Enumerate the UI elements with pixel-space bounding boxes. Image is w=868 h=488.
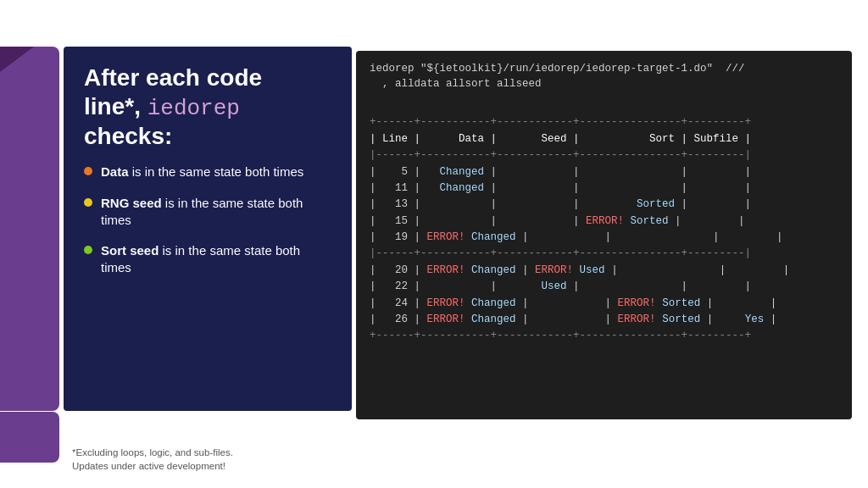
bullet-bold-sort: Sort seed bbox=[101, 243, 159, 258]
row-15: | 15 | | | ERROR! Sorted | | bbox=[370, 215, 745, 227]
separator-bot: +------+-----------+------------+-------… bbox=[370, 330, 751, 341]
bullet-list: Data is in the same state both times RNG… bbox=[84, 164, 331, 276]
heading-line2-plain: line*, bbox=[84, 93, 147, 119]
table-header: | Line | Data | Seed | Sort | Subfile | bbox=[370, 133, 751, 145]
bullet-bold-data: Data bbox=[101, 164, 129, 179]
bullet-item-sort: Sort seed is in the same state both time… bbox=[84, 242, 331, 277]
purple-bar bbox=[0, 47, 59, 411]
terminal-panel: iedorep "${ietoolkit}/run/iedorep/iedore… bbox=[356, 51, 852, 419]
separator-mid: |------+-----------+------------+-------… bbox=[370, 247, 751, 259]
bullet-dot-rng bbox=[84, 198, 92, 207]
terminal-cmd2: , alldata allsort allseed bbox=[370, 78, 838, 90]
bullet-text-data: Data is in the same state both times bbox=[101, 164, 303, 180]
main-heading: After each code line*, iedorep checks: bbox=[84, 64, 331, 150]
separator-h: |------+-----------+------------+-------… bbox=[370, 149, 751, 161]
main-panel: After each code line*, iedorep checks: D… bbox=[64, 47, 352, 411]
bullet-item-data: Data is in the same state both times bbox=[84, 164, 331, 180]
footer-note: *Excluding loops, logic, and sub-files. … bbox=[72, 446, 352, 473]
bullet-dot-sort bbox=[84, 246, 92, 254]
row-11: | 11 | Changed | | | | bbox=[370, 182, 751, 194]
bullet-item-rng: RNG seed is in the same state both times bbox=[84, 195, 331, 230]
separator-top: +------+-----------+------------+-------… bbox=[370, 116, 751, 128]
purple-bottom-tab bbox=[0, 412, 59, 463]
row-13: | 13 | | | Sorted | | bbox=[370, 198, 751, 210]
heading-line3: checks: bbox=[84, 123, 172, 149]
row-26: | 26 | ERROR! Changed | | ERROR! Sorted … bbox=[370, 313, 776, 325]
row-19: | 19 | ERROR! Changed | | | | bbox=[370, 231, 783, 243]
heading-line1: After each code bbox=[84, 64, 262, 91]
bullet-dot-data bbox=[84, 167, 92, 175]
row-24: | 24 | ERROR! Changed | | ERROR! Sorted … bbox=[370, 297, 776, 309]
row-5: | 5 | Changed | | | | bbox=[370, 166, 751, 178]
bullet-bold-rng: RNG seed bbox=[101, 196, 162, 210]
footer-line1: *Excluding loops, logic, and sub-files. bbox=[72, 446, 352, 459]
terminal-cmd1: iedorep "${ietoolkit}/run/iedorep/iedore… bbox=[370, 63, 838, 75]
footer-line2: Updates under active development! bbox=[72, 459, 352, 473]
row-20: | 20 | ERROR! Changed | ERROR! Used | | … bbox=[370, 264, 789, 276]
heading-code: iedorep bbox=[147, 96, 240, 121]
bullet-text-sort: Sort seed is in the same state both time… bbox=[101, 242, 331, 277]
terminal-table: +------+-----------+------------+-------… bbox=[370, 98, 838, 361]
row-22: | 22 | | Used | | | bbox=[370, 280, 751, 292]
bullet-text-rng: RNG seed is in the same state both times bbox=[101, 195, 331, 230]
